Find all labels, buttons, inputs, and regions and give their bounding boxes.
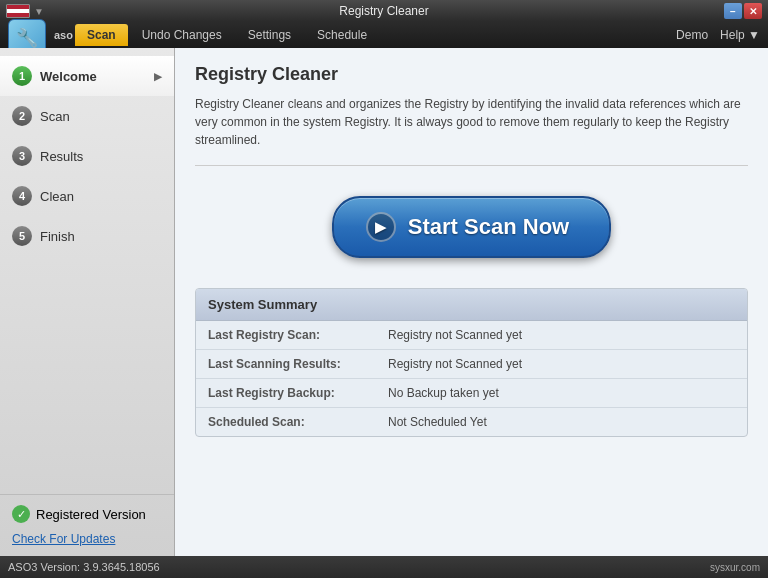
registered-badge: ✓ Registered Version — [12, 505, 162, 523]
content-description: Registry Cleaner cleans and organizes th… — [195, 95, 748, 166]
summary-label-3: Scheduled Scan: — [208, 415, 388, 429]
summary-header: System Summary — [196, 289, 747, 321]
sidebar-spacer — [0, 256, 174, 494]
summary-row-2: Last Registry Backup: No Backup taken ye… — [196, 379, 747, 408]
sidebar-item-finish[interactable]: 5 Finish — [0, 216, 174, 256]
tab-settings[interactable]: Settings — [236, 24, 303, 46]
summary-row-1: Last Scanning Results: Registry not Scan… — [196, 350, 747, 379]
titlebar-controls: − ✕ — [724, 3, 762, 19]
help-menu[interactable]: Help ▼ — [720, 28, 760, 42]
menu-right-area: Demo Help ▼ — [676, 28, 760, 42]
menubar: 🔧 aso Scan Undo Changes Settings Schedul… — [0, 22, 768, 48]
sidebar-item-clean[interactable]: 4 Clean — [0, 176, 174, 216]
system-summary-panel: System Summary Last Registry Scan: Regis… — [195, 288, 748, 437]
tab-schedule[interactable]: Schedule — [305, 24, 379, 46]
summary-label-1: Last Scanning Results: — [208, 357, 388, 371]
summary-label-2: Last Registry Backup: — [208, 386, 388, 400]
step-circle-5: 5 — [12, 226, 32, 246]
titlebar-title: Registry Cleaner — [0, 4, 768, 18]
check-for-updates-link[interactable]: Check For Updates — [12, 532, 115, 546]
step-circle-4: 4 — [12, 186, 32, 206]
minimize-button[interactable]: − — [724, 3, 742, 19]
sidebar-item-results[interactable]: 3 Results — [0, 136, 174, 176]
summary-value-2: No Backup taken yet — [388, 386, 499, 400]
step-circle-3: 3 — [12, 146, 32, 166]
start-scan-button[interactable]: ▶ Start Scan Now — [332, 196, 611, 258]
sidebar-item-label-clean: Clean — [40, 189, 74, 204]
flag-icon — [6, 4, 30, 18]
version-label: ASO3 Version: 3.9.3645.18056 — [8, 561, 160, 573]
aso-logo: aso — [54, 29, 73, 41]
summary-value-3: Not Scheduled Yet — [388, 415, 487, 429]
brand-label: sysxur.com — [710, 562, 760, 573]
logo-icon: 🔧 — [16, 27, 38, 49]
summary-label-0: Last Registry Scan: — [208, 328, 388, 342]
summary-row-3: Scheduled Scan: Not Scheduled Yet — [196, 408, 747, 436]
content-area: Registry Cleaner Registry Cleaner cleans… — [175, 48, 768, 556]
sidebar-bottom: ✓ Registered Version Check For Updates — [0, 494, 174, 556]
statusbar: ASO3 Version: 3.9.3645.18056 sysxur.com — [0, 556, 768, 578]
close-button[interactable]: ✕ — [744, 3, 762, 19]
tab-undo-changes[interactable]: Undo Changes — [130, 24, 234, 46]
content-inner: Registry Cleaner Registry Cleaner cleans… — [175, 48, 768, 556]
page-title: Registry Cleaner — [195, 64, 748, 85]
step-circle-1: 1 — [12, 66, 32, 86]
scan-button-label: Start Scan Now — [408, 214, 569, 240]
summary-row-0: Last Registry Scan: Registry not Scanned… — [196, 321, 747, 350]
sidebar-arrow-welcome: ▶ — [154, 71, 162, 82]
tab-scan[interactable]: Scan — [75, 24, 128, 46]
play-icon: ▶ — [366, 212, 396, 242]
summary-value-0: Registry not Scanned yet — [388, 328, 522, 342]
demo-link[interactable]: Demo — [676, 28, 708, 42]
sidebar-item-label-finish: Finish — [40, 229, 75, 244]
titlebar: ▼ Registry Cleaner − ✕ — [0, 0, 768, 22]
sidebar-item-welcome[interactable]: 1 Welcome ▶ — [0, 56, 174, 96]
main-container: 1 Welcome ▶ 2 Scan 3 Results 4 Clean 5 F… — [0, 48, 768, 556]
sidebar-item-label-welcome: Welcome — [40, 69, 97, 84]
scan-button-wrapper: ▶ Start Scan Now — [195, 196, 748, 258]
step-circle-2: 2 — [12, 106, 32, 126]
sidebar-item-label-results: Results — [40, 149, 83, 164]
check-icon: ✓ — [12, 505, 30, 523]
sidebar: 1 Welcome ▶ 2 Scan 3 Results 4 Clean 5 F… — [0, 48, 175, 556]
registered-label: Registered Version — [36, 507, 146, 522]
summary-value-1: Registry not Scanned yet — [388, 357, 522, 371]
sidebar-item-label-scan: Scan — [40, 109, 70, 124]
sidebar-item-scan[interactable]: 2 Scan — [0, 96, 174, 136]
